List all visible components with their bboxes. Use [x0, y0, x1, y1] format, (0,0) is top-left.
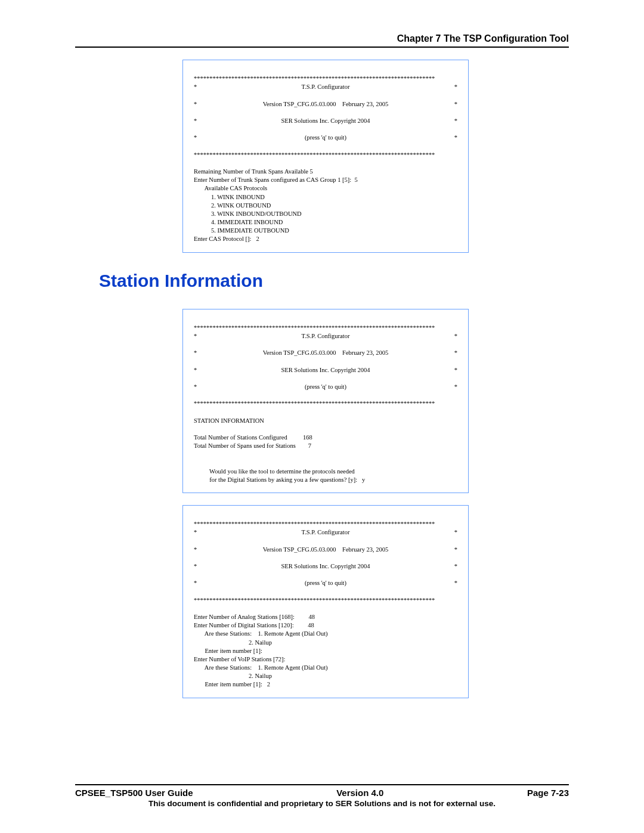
line: 4. IMMEDIATE INBOUND — [194, 219, 283, 225]
line: 2. Nailup — [194, 639, 272, 646]
line: Total Number of Spans used for Stations … — [194, 442, 311, 449]
line: Enter CAS Protocol []: 2 — [194, 236, 259, 242]
line: Enter Number of Digital Stations [120]: … — [194, 622, 314, 628]
line: Enter Number of Trunk Spans configured a… — [194, 176, 358, 183]
starline: ****************************************… — [194, 75, 435, 82]
line: Remaining Number of Trunk Spans Availabl… — [194, 168, 313, 175]
line: Enter item number [1]: 2 — [194, 681, 270, 688]
line: 1. WINK INBOUND — [194, 194, 265, 200]
starline: ****************************************… — [194, 151, 435, 158]
line: Enter Number of Analog Stations [168]: 4… — [194, 614, 315, 620]
line: Total Number of Stations Configured 168 — [194, 434, 312, 441]
line: for the Digital Stations by asking you a… — [194, 476, 365, 483]
line: Are these Stations: 1. Remote Agent (Dia… — [194, 664, 328, 671]
footer-confidential-note: This document is confidential and propri… — [75, 799, 569, 808]
line: 2. Nailup — [194, 673, 272, 679]
line: Available CAS Protocols — [194, 185, 267, 191]
starline: ****************************************… — [194, 324, 435, 331]
document-page: Chapter 7 The TSP Configuration Tool ***… — [0, 0, 644, 833]
line: 5. IMMEDIATE OUTBOUND — [194, 227, 289, 234]
line: Are these Stations: 1. Remote Agent (Dia… — [194, 630, 328, 637]
page-footer: CPSEE_TSP500 User Guide Version 4.0 Page… — [75, 784, 569, 808]
page-header: Chapter 7 The TSP Configuration Tool — [75, 33, 569, 48]
starline: ****************************************… — [194, 400, 435, 407]
line: Enter Number of VoIP Stations [72]: — [194, 656, 286, 662]
footer-version: Version 4.0 — [336, 788, 383, 798]
chapter-title: Chapter 7 The TSP Configuration Tool — [75, 33, 569, 44]
line: 2. WINK OUTBOUND — [194, 202, 271, 209]
line: Enter item number [1]: — [194, 648, 262, 654]
starline: ****************************************… — [194, 597, 435, 603]
section-heading: Station Information — [99, 271, 569, 291]
terminal-box-station-counts: ****************************************… — [182, 505, 469, 698]
footer-page-number: Page 7-23 — [527, 788, 569, 798]
footer-rule — [75, 784, 569, 785]
terminal-box-station-info: ****************************************… — [182, 309, 469, 493]
line: Would you like the tool to determine the… — [194, 468, 355, 475]
starline: ****************************************… — [194, 521, 435, 527]
line: STATION INFORMATION — [194, 417, 264, 424]
line: 3. WINK INBOUND/OUTBOUND — [194, 210, 302, 217]
terminal-box-cas: ****************************************… — [182, 60, 469, 253]
footer-doc-title: CPSEE_TSP500 User Guide — [75, 788, 193, 798]
